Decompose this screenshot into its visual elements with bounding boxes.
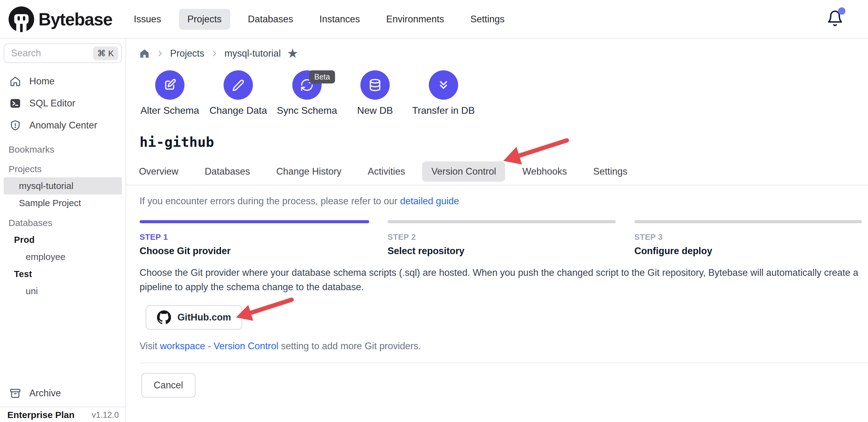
section-bookmarks: Bookmarks [0,141,126,158]
visit-text-before: Visit [140,341,160,351]
sidebar-project-sample-project[interactable]: Sample Project [0,195,126,212]
transfer-in-db-button[interactable]: Transfer in DB [410,70,477,116]
annotation-arrow-version-control [503,140,567,165]
brand-name[interactable]: Bytebase [38,9,112,29]
step-3: STEP 3 Configure deploy [634,232,712,257]
github-button-label: GitHub.com [178,312,231,323]
workspace-version-control-link[interactable]: workspace - Version Control [160,341,279,351]
sidebar-item-anomaly-center[interactable]: Anomaly Center [0,114,126,136]
favorite-star-icon[interactable]: ★ [287,47,299,60]
main-content: Projects mysql-tutorial ★ Alter Schema C… [126,38,868,422]
keyboard-shortcut-badge: ⌘ K [93,47,118,60]
top-header: Bytebase Issues Projects Databases Insta… [0,0,868,38]
chevrons-down-icon [436,78,451,92]
step-label: STEP 1 [140,232,230,242]
search-input[interactable] [11,48,93,59]
sidebar-footer: Enterprise Plan v1.12.0 [0,408,126,422]
sidebar-footer-divider [0,407,126,407]
section-databases: Databases [0,215,126,231]
shield-alert-icon [9,119,21,132]
sidebar-item-archive[interactable]: Archive [0,384,126,403]
tabs-divider [126,185,868,185]
new-db-button[interactable]: New DB [341,70,409,116]
step-title: Choose Git provider [140,246,230,257]
sidebar-item-label: SQL Editor [29,98,75,109]
step-3-progress-bar [634,220,862,223]
breadcrumb-current-project[interactable]: mysql-tutorial [224,48,281,59]
project-tabs: Overview Databases Change History Activi… [139,162,627,181]
beta-badge: Beta [309,70,335,83]
cancel-button[interactable]: Cancel [142,373,195,397]
sidebar-env-test[interactable]: Test [0,265,126,283]
search-box[interactable]: ⌘ K [4,44,122,63]
plan-label[interactable]: Enterprise Plan [7,410,74,420]
breadcrumb-home-icon[interactable] [139,48,150,59]
sidebar-item-label: Anomaly Center [29,120,97,131]
breadcrumb-projects[interactable]: Projects [170,48,204,59]
footer-divider [140,363,868,363]
section-projects: Projects [0,161,126,177]
nav-databases[interactable]: Databases [248,14,293,25]
archive-icon [9,387,21,399]
nav-issues[interactable]: Issues [134,14,161,25]
edit-square-icon [163,78,177,92]
visit-text-after: setting to add more Git providers. [278,341,421,351]
nav-instances[interactable]: Instances [319,14,360,25]
top-nav: Issues Projects Databases Instances Envi… [134,0,504,38]
step-2-progress-bar [388,220,616,223]
tab-change-history[interactable]: Change History [276,166,341,177]
version-label: v1.12.0 [92,411,119,420]
step-label: STEP 2 [388,232,465,242]
detailed-guide-link[interactable]: detailed guide [400,196,459,206]
tab-overview[interactable]: Overview [139,166,178,177]
alter-schema-button[interactable]: Alter Schema [136,70,204,116]
change-data-button[interactable]: Change Data [205,70,272,116]
bytebase-logo-icon[interactable] [8,6,34,32]
visit-line: Visit workspace - Version Control settin… [140,341,421,351]
tab-version-control[interactable]: Version Control [422,162,505,181]
nav-settings[interactable]: Settings [470,14,504,25]
quick-actions: Alter Schema Change Data Sync Schema New… [126,70,868,129]
nav-environments[interactable]: Environments [386,14,444,25]
pencil-icon [231,78,245,92]
action-label: Change Data [205,105,272,116]
notice-text: If you encounter errors during the proce… [140,196,400,206]
step-title: Configure deploy [634,246,712,257]
chevron-right-icon [211,50,218,57]
notification-bell-button[interactable] [827,9,844,28]
nav-projects[interactable]: Projects [179,9,230,30]
annotation-arrow-github [236,300,292,321]
sidebar-item-sql-editor[interactable]: SQL Editor [0,92,126,114]
tab-webhooks[interactable]: Webhooks [522,166,567,177]
github-provider-button[interactable]: GitHub.com [146,305,242,330]
action-label: New DB [341,105,409,116]
sidebar-item-home[interactable]: Home [0,70,126,92]
action-label: Transfer in DB [410,105,477,116]
action-label: Alter Schema [136,105,204,116]
sidebar-nav: Home SQL Editor Anomaly Center [0,70,126,136]
sidebar-project-mysql-tutorial[interactable]: mysql-tutorial [4,177,122,195]
terminal-icon [9,97,21,110]
notification-dot [838,7,845,15]
breadcrumb: Projects mysql-tutorial ★ [139,47,299,60]
chevron-right-icon [156,50,164,57]
database-icon [368,78,382,92]
step-2: STEP 2 Select repository [388,232,465,257]
sidebar-db-uni[interactable]: uni [0,283,126,300]
sidebar-db-employee[interactable]: employee [0,248,126,265]
sidebar-env-prod[interactable]: Prod [0,231,126,248]
error-notice: If you encounter errors during the proce… [140,196,459,207]
sidebar-item-label: Archive [29,388,61,399]
action-label: Sync Schema [273,105,341,116]
step-label: STEP 3 [634,232,712,242]
tab-activities[interactable]: Activities [368,166,405,177]
project-title: hi-github [140,134,214,150]
step-description: Choose the Git provider where your datab… [140,265,868,294]
github-icon [157,310,171,325]
sidebar-item-label: Home [29,76,55,87]
step-title: Select repository [388,246,465,257]
tab-databases[interactable]: Databases [205,166,250,177]
step-1-progress-bar [140,220,369,223]
sidebar: ⌘ K Home SQL Editor [0,38,126,422]
tab-settings[interactable]: Settings [593,166,627,177]
